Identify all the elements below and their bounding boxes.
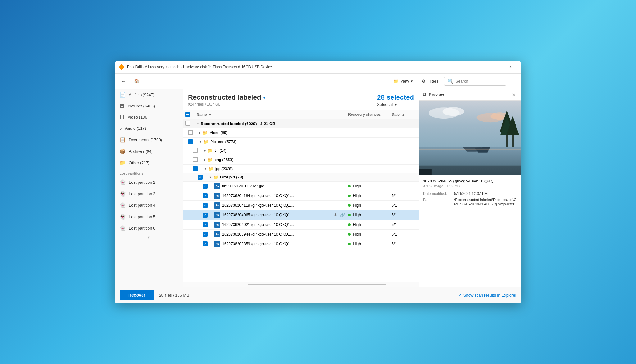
sidebar-item-video[interactable]: 🎞 Video (186) bbox=[115, 112, 183, 123]
table-row[interactable]: ▶ 📁 Video (85) bbox=[183, 128, 419, 138]
table-row[interactable]: ▼ 📁 Group 3 (28) bbox=[183, 173, 419, 182]
table-row[interactable]: ▶ 📁 png (3653) bbox=[183, 155, 419, 165]
table-row[interactable]: Ps 1620736204065 (ginkgo-user 10 QKQ1...… bbox=[183, 210, 419, 220]
expand-icon: ▼ bbox=[199, 140, 202, 143]
home-button[interactable]: 🏠 bbox=[131, 77, 142, 85]
row-checkbox[interactable] bbox=[188, 139, 193, 144]
table-row[interactable]: ▶ 📁 tiff (14) bbox=[183, 146, 419, 155]
pictures-icon: 🖼 bbox=[120, 103, 125, 109]
row-checkbox[interactable] bbox=[203, 193, 208, 198]
row-label: Pictures (5773) bbox=[210, 140, 237, 144]
row-checkbox[interactable] bbox=[203, 213, 208, 218]
sidebar-item-archives[interactable]: 📦 Archives (94) bbox=[115, 146, 183, 157]
other-icon: 📁 bbox=[120, 160, 126, 166]
folder-icon: 📁 bbox=[213, 175, 218, 180]
select-all-button[interactable]: Select all ▾ bbox=[377, 101, 397, 107]
row-checkbox[interactable] bbox=[198, 175, 203, 180]
link-icon[interactable]: 🔗 bbox=[339, 212, 346, 218]
sidebar-item-label: Archives (94) bbox=[129, 149, 153, 154]
lost-partitions-label: Lost partitions bbox=[115, 169, 183, 177]
row-checkbox[interactable] bbox=[188, 130, 193, 135]
copy-icon[interactable]: ⧉ bbox=[423, 92, 426, 97]
scrollbar-thumb bbox=[248, 284, 386, 285]
header-recovery-label: Recovery chances bbox=[348, 112, 381, 117]
lp6-icon: 👻 bbox=[120, 225, 126, 231]
close-button[interactable]: ✕ bbox=[503, 62, 518, 72]
select-all-label: Select all bbox=[377, 102, 393, 107]
row-label: 1620736204065 (ginkgo-user 10 QKQ1.... bbox=[222, 213, 294, 217]
row-checkbox[interactable] bbox=[203, 241, 208, 246]
app-window: 🔶 Disk Drill - All recovery methods - Ha… bbox=[115, 61, 521, 303]
table-row[interactable]: Ps 1620736203944 (ginkgo-user 10 QKQ1...… bbox=[183, 230, 419, 239]
row-checkbox[interactable] bbox=[203, 232, 208, 237]
sidebar-item-lp2[interactable]: 👻 Lost partition 2 bbox=[115, 177, 183, 188]
file-title-chevron-icon[interactable]: ▾ bbox=[263, 95, 265, 100]
sidebar-item-all-files[interactable]: 📄 All files (9247) bbox=[115, 89, 183, 101]
preview-meta-path-row: Path: \Reconstructed labeled\Pictures\jp… bbox=[423, 198, 518, 206]
table-row[interactable]: Ps 1620736204021 (ginkgo-user 10 QKQ1...… bbox=[183, 220, 419, 230]
eye-icon[interactable]: 👁 bbox=[333, 212, 338, 218]
show-in-explorer-button[interactable]: ↗ Show scan results in Explorer bbox=[458, 293, 516, 298]
svg-point-2 bbox=[443, 107, 464, 116]
recovery-label: High bbox=[353, 203, 361, 208]
recover-button[interactable]: Recover bbox=[120, 290, 154, 300]
bottom-bar: Recover 28 files / 136 MB ↗ Show scan re… bbox=[115, 287, 521, 303]
sidebar-item-documents[interactable]: 📋 Documents (1700) bbox=[115, 134, 183, 146]
preview-title: Preview bbox=[429, 92, 444, 97]
header-checkbox[interactable] bbox=[185, 112, 190, 117]
preview-header: ⧉ Preview ✕ bbox=[419, 89, 521, 101]
table-row[interactable]: Ps file 160x120_002027.jpg High bbox=[183, 182, 419, 191]
table-row[interactable]: Ps 1620736204119 (ginkgo-user 10 QKQ1...… bbox=[183, 201, 419, 210]
search-input[interactable] bbox=[456, 79, 503, 83]
row-date: 5/1 bbox=[392, 213, 416, 217]
table-row[interactable]: ▼ 📁 Pictures (5773) bbox=[183, 138, 419, 146]
ps-icon: Ps bbox=[214, 241, 220, 247]
recovery-dot bbox=[348, 233, 351, 236]
preview-meta-date-row: Date modified: 5/11/2021 12:37 PM bbox=[423, 191, 518, 196]
sidebar-item-label: Video (186) bbox=[128, 115, 148, 119]
row-checkbox[interactable] bbox=[203, 222, 208, 227]
filters-button[interactable]: ⚙ Filters bbox=[419, 77, 441, 85]
row-date: 5/1 bbox=[392, 194, 416, 198]
search-icon: 🔍 bbox=[447, 78, 454, 84]
sidebar-item-lp5[interactable]: 👻 Lost partition 5 bbox=[115, 211, 183, 222]
sidebar-item-lp4[interactable]: 👻 Lost partition 4 bbox=[115, 200, 183, 211]
view-button[interactable]: 📁 View ▾ bbox=[390, 77, 416, 85]
sidebar-item-lp3[interactable]: 👻 Lost partition 3 bbox=[115, 188, 183, 200]
more-button[interactable]: ··· bbox=[509, 76, 518, 86]
table-row[interactable]: ▼ Reconstructed labeled (6029) - 3.21 GB bbox=[183, 119, 419, 128]
app-icon: 🔶 bbox=[118, 64, 125, 70]
row-checkbox[interactable] bbox=[185, 121, 190, 126]
sidebar-item-pictures[interactable]: 🖼 Pictures (6433) bbox=[115, 101, 183, 112]
maximize-button[interactable]: □ bbox=[489, 62, 503, 72]
title-bar-text: Disk Drill - All recovery methods - Hard… bbox=[127, 65, 475, 69]
preview-close-button[interactable]: ✕ bbox=[510, 92, 518, 98]
horizontal-scrollbar[interactable] bbox=[183, 282, 419, 287]
sidebar-item-other[interactable]: 📁 Other (717) bbox=[115, 157, 183, 169]
sidebar: 📄 All files (9247) 🖼 Pictures (6433) 🎞 V… bbox=[115, 89, 183, 287]
minimize-button[interactable]: ─ bbox=[475, 62, 489, 72]
sidebar-item-label: All files (9247) bbox=[129, 92, 154, 97]
table-row[interactable]: Ps 1620736203859 (ginkgo-user 10 QKQ1...… bbox=[183, 239, 419, 249]
preview-path-label: Path: bbox=[423, 198, 454, 206]
row-checkbox[interactable] bbox=[193, 148, 198, 153]
view-label: View bbox=[400, 79, 409, 83]
header-recovery-col[interactable]: Recovery chances bbox=[348, 112, 392, 117]
sidebar-item-lp6[interactable]: 👻 Lost partition 6 bbox=[115, 222, 183, 234]
back-icon: ← bbox=[121, 79, 125, 83]
table-row[interactable]: Ps 1620736204184 (ginkgo-user 10 QKQ1...… bbox=[183, 191, 419, 201]
header-date-col[interactable]: Date ▲ bbox=[392, 112, 416, 117]
sidebar-item-audio[interactable]: ♪ Audio (117) bbox=[115, 123, 183, 134]
header-name-label: Name bbox=[197, 112, 207, 117]
row-checkbox[interactable] bbox=[193, 166, 198, 171]
preview-date-value: 5/11/2021 12:37 PM bbox=[454, 191, 518, 196]
lp4-icon: 👻 bbox=[120, 202, 126, 208]
expand-icon: ▼ bbox=[204, 167, 207, 170]
ps-icon: Ps bbox=[214, 231, 220, 237]
row-checkbox[interactable] bbox=[193, 157, 198, 162]
row-checkbox[interactable] bbox=[203, 184, 208, 189]
header-name-col[interactable]: Name ▾ bbox=[197, 112, 348, 117]
back-button[interactable]: ← bbox=[118, 77, 129, 85]
row-checkbox[interactable] bbox=[203, 203, 208, 208]
table-row[interactable]: ▼ 📁 jpg (2028) bbox=[183, 165, 419, 173]
